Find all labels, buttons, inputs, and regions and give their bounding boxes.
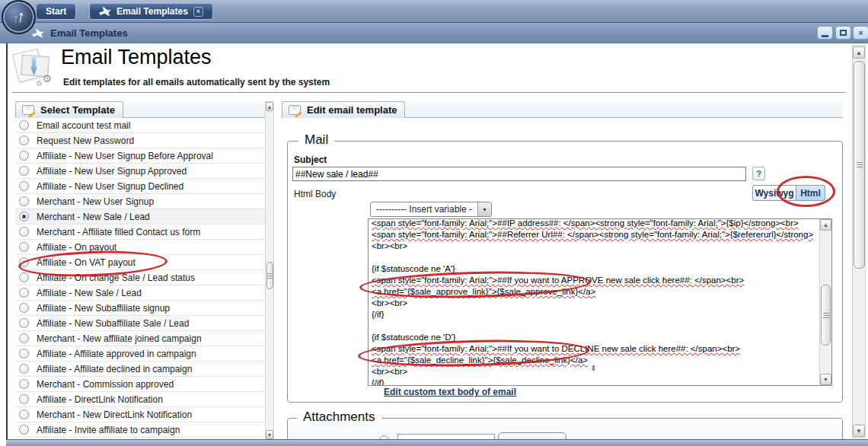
tab-close-icon[interactable]: × xyxy=(193,7,203,17)
template-option[interactable]: Merchant - New DirectLink Notification xyxy=(15,407,265,422)
minimize-icon xyxy=(822,35,828,37)
radio-button[interactable] xyxy=(19,394,29,404)
template-option-label: Request New Password xyxy=(37,135,134,146)
radio-button[interactable] xyxy=(19,409,29,419)
radio-button[interactable] xyxy=(19,257,29,267)
main-scrollbar[interactable]: ▲ ▼ xyxy=(852,45,866,438)
radio-button[interactable] xyxy=(19,272,29,282)
scroll-up-icon[interactable]: ▲ xyxy=(820,219,831,231)
maximize-icon xyxy=(840,30,847,36)
radio-button[interactable] xyxy=(19,379,29,389)
template-option[interactable]: Affiliate - DirectLink Notification xyxy=(15,392,265,407)
close-icon: × xyxy=(859,29,863,37)
wysiwyg-mode-button[interactable]: Wysiwyg xyxy=(752,185,796,201)
template-option-label: Affiliate - New User Signup Approved xyxy=(37,166,187,177)
email-templates-icon xyxy=(99,7,111,17)
html-mode-button[interactable]: Html xyxy=(796,185,825,201)
subject-input[interactable] xyxy=(292,167,746,181)
template-option[interactable]: Merchant - New Sale / Lead xyxy=(15,209,265,225)
html-body-editor[interactable]: <span style="font-family: Arial;">##IP a… xyxy=(368,218,832,386)
template-option[interactable]: Affiliate - New User Signup Declined xyxy=(15,179,265,194)
close-button[interactable]: × xyxy=(853,26,868,40)
template-option[interactable]: Affiliate - New Sale / Lead xyxy=(15,285,265,301)
template-option[interactable]: Affiliate - New User Signup Approved xyxy=(15,164,265,179)
scrollbar-thumb[interactable] xyxy=(821,285,831,346)
template-option[interactable]: Merchant - New User Signup xyxy=(15,194,265,209)
scroll-up-icon[interactable]: ▲ xyxy=(853,46,865,59)
radio-button[interactable] xyxy=(19,120,29,130)
taskbar-tab-email-templates[interactable]: Email Templates × xyxy=(89,3,213,20)
code-line: {/if} xyxy=(372,378,819,385)
window-title: Email Templates xyxy=(50,27,128,39)
template-option[interactable]: Affiliate - New User Signup Before Appro… xyxy=(15,148,265,164)
tab-select-template[interactable]: Select Template xyxy=(15,101,123,118)
radio-button[interactable] xyxy=(19,303,29,313)
radio-button[interactable] xyxy=(19,151,29,161)
template-option[interactable]: Affiliate - Affiliate declined in campai… xyxy=(15,362,265,377)
code-line: {/if} xyxy=(372,309,819,320)
app-logo-icon[interactable]: ↑ ↑ xyxy=(2,0,36,34)
template-option[interactable]: Merchant - New affiliate joined campaign xyxy=(15,331,265,346)
scrollbar-thumb[interactable] xyxy=(266,262,273,289)
template-option[interactable]: Affiliate - Affiliate approved in campai… xyxy=(15,346,265,362)
html-body-label: Html Body xyxy=(294,189,336,199)
radio-button[interactable] xyxy=(19,349,29,358)
code-line: <a href="{$sale_approve_link}">{$sale_ap… xyxy=(372,286,819,298)
gear-icon: ⚙ xyxy=(36,79,43,88)
radio-button[interactable] xyxy=(19,318,29,328)
scroll-down-icon[interactable]: ▼ xyxy=(266,430,273,439)
template-list-scrollbar[interactable]: ▲ ▼ xyxy=(265,101,274,440)
window-bottom-frame xyxy=(6,439,868,446)
template-option[interactable]: Affiliate - New Subaffiliate Sale / Lead xyxy=(15,316,265,331)
radio-button[interactable] xyxy=(19,242,29,252)
template-option[interactable]: Email account test mail xyxy=(15,118,265,133)
gear-icon: ⚙ xyxy=(42,72,52,84)
email-templates-page-icon: ⚙ ⚙ xyxy=(12,48,53,86)
chevron-down-icon[interactable]: ▼ xyxy=(477,202,491,216)
radio-button[interactable] xyxy=(19,288,29,298)
insert-variable-select[interactable]: ---------- Insert variable - ▼ xyxy=(370,202,492,217)
template-option-label: Affiliate - New User Signup Declined xyxy=(37,181,183,192)
editor-scrollbar[interactable]: ▲ ▼ xyxy=(819,219,831,385)
maximize-button[interactable] xyxy=(835,26,851,40)
template-list: Email account test mailRequest New Passw… xyxy=(15,118,265,438)
start-button[interactable]: Start xyxy=(36,3,76,20)
window-titlebar: Email Templates × xyxy=(0,23,868,43)
insert-variable-label: ---------- Insert variable - xyxy=(371,204,477,215)
template-option[interactable]: Request New Password xyxy=(15,133,265,148)
template-option[interactable]: Affiliate - On payout xyxy=(15,240,265,255)
template-option[interactable]: Merchant - Affiliate filled Contact us f… xyxy=(15,225,265,240)
window-content: ⚙ ⚙ Email Templates Edit templates for a… xyxy=(6,43,868,446)
code-line xyxy=(372,252,819,263)
code-line: <span style="font-family: Arial;">##If y… xyxy=(372,343,819,355)
edit-template-header: Edit email template xyxy=(282,101,843,118)
template-option[interactable]: Merchant - Commission approved xyxy=(15,377,265,392)
radio-button[interactable] xyxy=(19,212,29,221)
scroll-down-icon[interactable]: ▼ xyxy=(853,425,865,437)
template-option[interactable]: Affiliate - On VAT payout xyxy=(15,255,265,270)
template-option[interactable]: Affiliate - Invite affiliate to campaign xyxy=(15,422,265,438)
scroll-up-icon[interactable]: ▲ xyxy=(266,102,273,111)
radio-button[interactable] xyxy=(19,364,29,374)
radio-button[interactable] xyxy=(19,425,29,435)
radio-button[interactable] xyxy=(19,333,29,343)
template-option[interactable]: Affiliate - New Subaffiliate signup xyxy=(15,301,265,316)
radio-button[interactable] xyxy=(19,227,29,237)
logo-arrow-icon: ↑ xyxy=(15,6,27,27)
resize-handle-icon[interactable]: ▲▼ xyxy=(591,364,596,371)
edit-custom-text-body-link[interactable]: Edit custom text body of email xyxy=(384,387,516,397)
radio-button[interactable] xyxy=(19,135,29,145)
attachments-section-title: Attachments xyxy=(297,409,381,425)
template-icon xyxy=(289,105,301,115)
radio-button[interactable] xyxy=(19,181,29,191)
tab-edit-email-template[interactable]: Edit email template xyxy=(282,101,405,118)
scroll-down-icon[interactable]: ▼ xyxy=(820,374,831,385)
template-option-label: Merchant - Affiliate filled Contact us f… xyxy=(37,227,200,237)
radio-button[interactable] xyxy=(19,196,29,206)
radio-button[interactable] xyxy=(19,166,29,176)
minimize-button[interactable] xyxy=(817,26,833,40)
scrollbar-thumb[interactable] xyxy=(854,61,865,269)
subject-label: Subject xyxy=(294,155,327,165)
help-icon[interactable]: ? xyxy=(752,167,765,180)
template-option[interactable]: Affiliate - On change Sale / Lead status xyxy=(15,270,265,285)
